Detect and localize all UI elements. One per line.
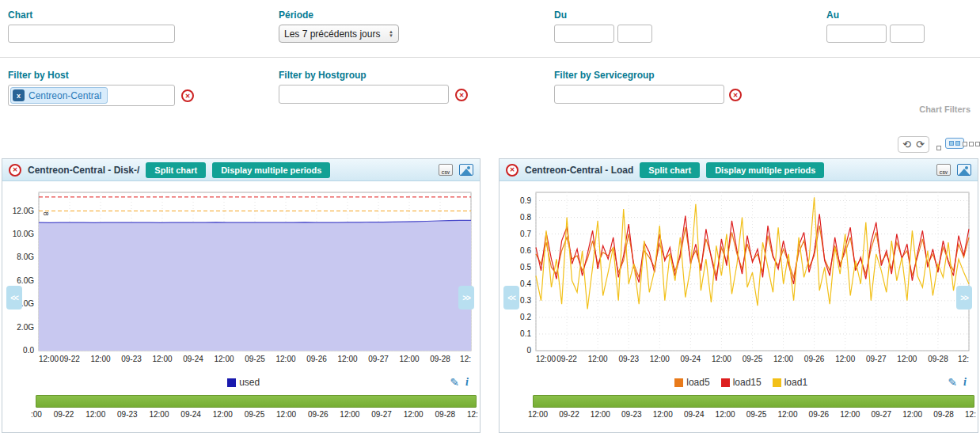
timeline-labels: :0009-2212:0009-2312:0009-2412:0009-2512… [31,410,478,419]
load-chart: 00.10.20.30.40.50.60.70.80.912:0009-2212… [501,184,975,367]
scroll-left-button[interactable]: << [6,286,22,310]
chart-panel-load-header: ✕ Centreon-Central - Load Split chart Di… [499,159,978,181]
au-label: Au [826,9,839,21]
svg-text:12:00: 12:00 [897,355,917,363]
du-time-input[interactable] [617,25,652,43]
chart-filter-input[interactable] [8,25,175,43]
svg-text:12:00: 12:00 [90,355,110,363]
scroll-right-button[interactable]: >> [956,286,972,310]
scroll-left-button[interactable]: << [503,286,519,310]
timeline-tick: 12:00 [591,410,610,419]
timeline-tick: 09-23 [621,410,642,419]
timeline-range-selector[interactable] [36,395,477,408]
chart-title: Centreon-Central - Disk-/ [28,165,139,176]
svg-text:09-23: 09-23 [121,355,142,363]
edit-chart-icon[interactable]: ✎ [948,376,957,389]
chart-footer: load5load15load1 ✎ i [511,374,967,390]
clear-hostgroup-filter-icon[interactable]: ✕ [455,89,468,101]
chart-legend: load5load15load1 [534,377,948,388]
svg-text:09-22: 09-22 [59,355,80,363]
svg-text:8.0G: 8.0G [17,253,34,261]
svg-text:09-24: 09-24 [681,355,701,363]
layout-one-column-icon[interactable] [936,142,941,153]
export-csv-icon[interactable]: CSV [936,164,951,176]
svg-text:12:00: 12:00 [536,355,556,363]
legend-swatch-icon [773,378,781,387]
select-carets-icon: ▲▼ [389,30,393,38]
svg-text:09-27: 09-27 [866,355,887,363]
svg-text:12:00: 12:00 [835,355,855,363]
chart-footer: used ✎ i [13,374,469,390]
svg-text:09-27: 09-27 [368,355,389,363]
filter-by-hostgroup-label: Filter by Hostgroup [279,70,367,81]
timeline-tick: 12:00 [404,410,424,419]
timeline-tick: 09-25 [746,410,767,419]
legend-swatch-icon [227,378,236,387]
svg-text:12:: 12: [460,355,471,363]
chart-panel-load: ✕ Centreon-Central - Load Split chart Di… [499,158,978,433]
timeline-tick: 09-22 [559,410,579,419]
timeline-range-selector[interactable] [533,395,974,408]
au-date-input[interactable] [826,25,887,43]
svg-text:12:00: 12:00 [588,355,608,363]
timeline-tick: 09-24 [180,410,201,419]
display-multiple-periods-button[interactable]: Display multiple periods [706,162,824,178]
chart-title: Centreon-Central - Load [525,165,633,176]
period-select[interactable]: Les 7 précédents jours ▲▼ [279,25,399,43]
timeline-tick: 12:00 [85,410,105,419]
remove-host-tag-icon[interactable]: x [13,89,25,101]
timeline-tick: 09-25 [245,410,265,419]
rotate-right-icon[interactable]: ⟳ [916,139,925,150]
export-image-icon[interactable] [459,164,473,176]
export-image-icon[interactable] [957,164,971,176]
svg-text:0.2: 0.2 [520,313,531,321]
filter-divider [0,57,980,58]
scroll-right-button[interactable]: >> [458,286,474,310]
chart-filters-page: Chart Période Les 7 précédents jours ▲▼ … [0,0,980,433]
legend-item: load5 [674,377,709,388]
close-chart-icon[interactable]: ✕ [9,164,21,177]
chart-filters-section-label: Chart Filters [919,104,971,114]
timeline-tick: :00 [31,410,42,419]
svg-text:0.0: 0.0 [23,346,34,355]
axis-annotation: 8 [42,211,50,215]
svg-text:0.3: 0.3 [520,296,531,305]
timeline-labels: 12:0009-2212:0009-2312:0009-2412:0009-25… [528,410,976,419]
du-date-input[interactable] [554,25,614,43]
rotate-left-icon[interactable]: ⟲ [902,139,911,150]
display-multiple-periods-button[interactable]: Display multiple periods [212,162,330,178]
layout-three-column-icon[interactable] [963,142,980,146]
timeline-tick: 12: [467,410,478,419]
au-time-input[interactable] [890,25,925,43]
timeline-tick: 12:00 [840,410,860,419]
chart-info-icon[interactable]: i [963,376,967,389]
timeline-tick: 12:00 [213,410,233,419]
clear-servicegroup-filter-icon[interactable]: ✕ [729,89,742,101]
hostgroup-filter-input[interactable] [279,85,449,104]
timeline-tick: 09-24 [684,410,705,419]
timeline-tick: 12:00 [902,410,922,419]
timeline-tick: 12:00 [276,410,296,419]
split-chart-button[interactable]: Split chart [146,162,206,178]
svg-text:0.7: 0.7 [520,230,531,238]
svg-text:09-22: 09-22 [556,355,577,363]
svg-text:09-25: 09-25 [245,355,265,363]
svg-text:09-26: 09-26 [306,355,327,363]
host-filter-input[interactable]: x Centreon-Central [8,85,175,106]
svg-text:12:00: 12:00 [712,355,731,363]
timeline-tick: 12:00 [716,410,735,419]
split-chart-button[interactable]: Split chart [640,162,700,178]
timeline-tick: 09-27 [371,410,392,419]
svg-text:09-23: 09-23 [618,355,639,363]
svg-text:09-28: 09-28 [430,355,450,363]
layout-two-column-icon[interactable] [945,138,964,149]
legend-item: load1 [773,377,807,388]
chart-info-icon[interactable]: i [465,376,469,389]
clear-host-filter-icon[interactable]: ✕ [181,89,194,102]
legend-item: used [227,377,260,388]
edit-chart-icon[interactable]: ✎ [450,376,459,389]
export-csv-icon[interactable]: CSV [439,164,453,176]
svg-text:12:00: 12:00 [39,355,59,363]
servicegroup-filter-input[interactable] [554,85,724,104]
close-chart-icon[interactable]: ✕ [506,164,518,177]
